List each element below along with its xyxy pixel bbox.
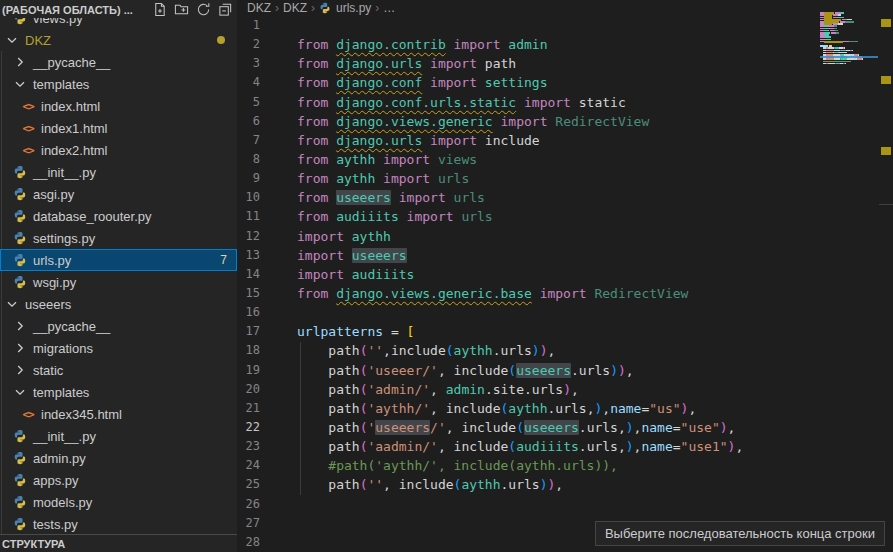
tree-item-label: settings.py xyxy=(33,231,95,246)
tree-item-label: index2.html xyxy=(41,143,107,158)
line-number: 21 xyxy=(237,399,260,418)
tree-folder-templates[interactable]: templates xyxy=(0,73,237,95)
code-line-8[interactable]: 8from aythh import views xyxy=(237,150,820,169)
code-line-19[interactable]: 19 path('useeer/', include(useeers.urls)… xyxy=(237,361,820,380)
tree-item-urls.py[interactable]: urls.py7 xyxy=(0,249,237,271)
tree-folder-__pycache__[interactable]: __pycache__ xyxy=(0,51,237,73)
tree-folder-DKZ[interactable]: DKZ xyxy=(0,29,237,51)
tree-folder-static[interactable]: static xyxy=(0,359,237,381)
tree-item-label: __init__.py xyxy=(33,429,96,444)
python-file-icon xyxy=(12,472,28,488)
tree-item-label: database_roouter.py xyxy=(33,209,152,224)
code-line-26[interactable]: 26 xyxy=(237,495,820,514)
tree-item-index.html[interactable]: <>index.html xyxy=(0,95,237,117)
refresh-icon[interactable] xyxy=(196,2,211,17)
code-line-4[interactable]: 4from django.conf import settings xyxy=(237,73,820,92)
tree-item-admin.py[interactable]: admin.py xyxy=(0,447,237,469)
code-line-content xyxy=(260,495,297,514)
code-line-20[interactable]: 20 path('admin/', admin.site.urls), xyxy=(237,380,820,399)
tree-item-tests.py[interactable]: tests.py xyxy=(0,513,237,535)
tree-item-models.py[interactable]: models.py xyxy=(0,491,237,513)
tree-item-database_roouter.py[interactable]: database_roouter.py xyxy=(0,205,237,227)
line-number: 23 xyxy=(237,437,260,456)
tree-item-label: __init__.py xyxy=(33,165,96,180)
explorer-sidebar: views.pyDKZ__pycache__templates<>index.h… xyxy=(0,0,237,552)
python-file-icon xyxy=(12,230,28,246)
code-line-7[interactable]: 7from django.urls import include xyxy=(237,131,820,150)
code-line-10[interactable]: 10from useeers import urls xyxy=(237,188,820,207)
code-line-21[interactable]: 21 path('aythh/', include(aythh.urls,),n… xyxy=(237,399,820,418)
code-line-18[interactable]: 18 path('',include(aythh.urls)), xyxy=(237,341,820,360)
tree-item-index1.html[interactable]: <>index1.html xyxy=(0,117,237,139)
minimap[interactable] xyxy=(820,0,878,552)
python-file-icon xyxy=(12,164,28,180)
code-line-content: from django.conf import settings xyxy=(260,73,547,92)
chevron-down-icon xyxy=(4,296,20,312)
outline-section-header[interactable]: СТРУКТУРА xyxy=(0,534,237,552)
minimap-line xyxy=(836,32,839,34)
tree-item-index345.html[interactable]: <>index345.html xyxy=(0,403,237,425)
code-editor[interactable]: 12from django.contrib import admin3from … xyxy=(237,16,820,552)
breadcrumb-separator-icon: › xyxy=(375,1,379,15)
collapse-all-icon[interactable] xyxy=(218,2,233,17)
tree-item-index2.html[interactable]: <>index2.html xyxy=(0,139,237,161)
code-line-16[interactable]: 16 xyxy=(237,303,820,322)
new-folder-icon[interactable] xyxy=(174,2,189,17)
code-line-3[interactable]: 3from django.urls import path xyxy=(237,54,820,73)
breadcrumb-item-file[interactable]: urls.py xyxy=(336,1,371,15)
tree-item-wsgi.py[interactable]: wsgi.py xyxy=(0,271,237,293)
code-line-15[interactable]: 15from django.views.generic.base import … xyxy=(237,284,820,303)
code-line-24[interactable]: 24 #path('aythh/', include(aythh.urls)), xyxy=(237,456,820,475)
tree-folder-templates[interactable]: templates xyxy=(0,381,237,403)
line-number: 10 xyxy=(237,188,260,207)
code-line-12[interactable]: 12import aythh xyxy=(237,227,820,246)
tree-item-label: __pycache__ xyxy=(33,319,110,334)
code-line-13[interactable]: 13import useeers xyxy=(237,246,820,265)
tree-item-label: models.py xyxy=(33,495,92,510)
code-line-1[interactable]: 1 xyxy=(237,16,820,35)
code-line-17[interactable]: 17urlpatterns = [ xyxy=(237,322,820,341)
code-line-2[interactable]: 2from django.contrib import admin xyxy=(237,35,820,54)
new-file-icon[interactable] xyxy=(152,2,167,17)
tree-item-label: useeers xyxy=(25,297,71,312)
minimap-line xyxy=(862,58,863,60)
tree-item-__init__.py[interactable]: __init__.py xyxy=(0,161,237,183)
workspace-title: (РАБОЧАЯ ОБЛАСТЬ) ... xyxy=(2,4,148,16)
minimap-line xyxy=(849,41,858,43)
overview-ruler[interactable] xyxy=(879,0,893,552)
tree-folder-migrations[interactable]: migrations xyxy=(0,337,237,359)
breadcrumb-item-workspace[interactable]: DKZ xyxy=(247,1,271,15)
tree-folder-useeers[interactable]: useeers xyxy=(0,293,237,315)
code-line-23[interactable]: 23 path('aadmin/', include(audiiits.urls… xyxy=(237,437,820,456)
explorer-section-header[interactable]: (РАБОЧАЯ ОБЛАСТЬ) ... xyxy=(0,0,237,18)
tree-item-settings.py[interactable]: settings.py xyxy=(0,227,237,249)
code-line-6[interactable]: 6from django.views.generic import Redire… xyxy=(237,112,820,131)
line-number: 20 xyxy=(237,380,260,399)
code-line-content: from django.conf.urls.static import stat… xyxy=(260,93,626,112)
tree-item-apps.py[interactable]: apps.py xyxy=(0,469,237,491)
code-line-14[interactable]: 14import audiiits xyxy=(237,265,820,284)
code-line-11[interactable]: 11from audiiits import urls xyxy=(237,207,820,226)
breadcrumb-item-folder[interactable]: DKZ xyxy=(283,1,307,15)
code-line-9[interactable]: 9from aythh import urls xyxy=(237,169,820,188)
python-file-icon xyxy=(12,428,28,444)
code-line-25[interactable]: 25 path('', include(aythh.urls)), xyxy=(237,475,820,494)
modified-dot-icon xyxy=(217,36,225,44)
line-number: 8 xyxy=(237,150,260,169)
line-number: 15 xyxy=(237,284,260,303)
minimap-line xyxy=(845,21,854,23)
line-number: 28 xyxy=(237,533,260,552)
code-line-content: urlpatterns = [ xyxy=(260,322,414,341)
tree-item-label: migrations xyxy=(33,341,93,356)
line-number: 26 xyxy=(237,495,260,514)
tree-item-label: asgi.py xyxy=(33,187,74,202)
breadcrumb-item-more[interactable]: … xyxy=(383,1,395,15)
tree-item-__init__.py[interactable]: __init__.py xyxy=(0,425,237,447)
code-line-5[interactable]: 5from django.conf.urls.static import sta… xyxy=(237,93,820,112)
python-file-icon xyxy=(12,186,28,202)
tree-item-label: DKZ xyxy=(25,33,51,48)
tree-folder-__pycache__[interactable]: __pycache__ xyxy=(0,315,237,337)
code-line-22[interactable]: 22 path('useeers/', include(useeers.urls… xyxy=(237,418,820,437)
code-line-content: path('aythh/', include(aythh.urls,),name… xyxy=(260,399,696,418)
tree-item-asgi.py[interactable]: asgi.py xyxy=(0,183,237,205)
